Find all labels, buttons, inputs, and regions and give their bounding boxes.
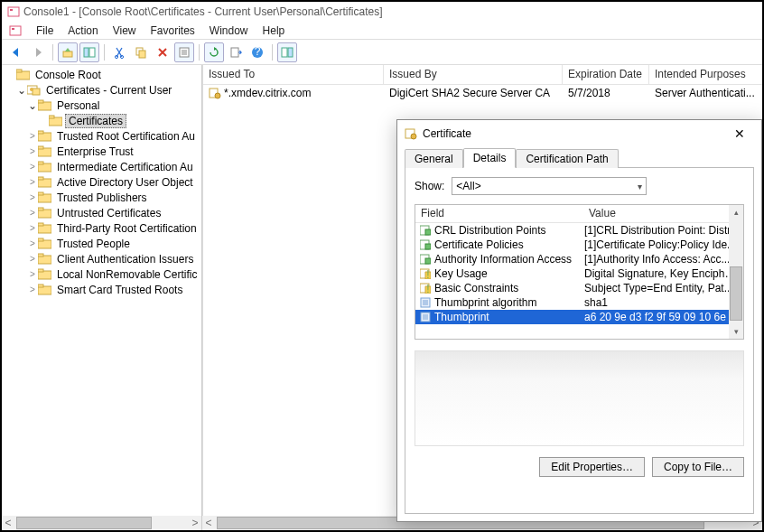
expand-toggle[interactable]	[27, 208, 38, 218]
tab-details[interactable]: Details	[463, 148, 517, 168]
close-button[interactable]: ✕	[725, 123, 754, 145]
tree-node[interactable]: Active Directory User Object	[54, 176, 196, 189]
svg-rect-1	[10, 9, 13, 11]
fields-listview[interactable]: Field Value CRL Distribution Points[1]CR…	[415, 204, 744, 340]
delete-button[interactable]	[153, 42, 172, 62]
properties-button[interactable]	[174, 42, 194, 62]
menu-window[interactable]: Window	[202, 23, 256, 39]
cell-expiration: 5/7/2018	[563, 86, 649, 100]
edit-properties-button[interactable]: Edit Properties…	[539, 457, 645, 477]
tree-node-certificates[interactable]: Certificates	[65, 114, 126, 128]
field-row[interactable]: Thumbprint algorithmsha1	[415, 295, 743, 310]
tree-node[interactable]: Third-Party Root Certification	[54, 222, 200, 235]
expand-toggle[interactable]	[27, 238, 38, 248]
copy-button[interactable]	[131, 42, 151, 62]
toggle-actions-pane-button[interactable]	[277, 42, 297, 62]
cert-row[interactable]: *.xmdev.citrix.comDigiCert SHA2 Secure S…	[203, 85, 762, 101]
show-dropdown[interactable]: <All> ▾	[452, 177, 647, 195]
tabs: General Details Certification Path	[405, 147, 754, 167]
menu-view[interactable]: View	[106, 23, 144, 39]
expand-toggle[interactable]	[27, 162, 38, 172]
field-row[interactable]: Certificate Policies[1]Certificate Polic…	[415, 238, 743, 252]
col-issued-by[interactable]: Issued By	[384, 65, 563, 84]
field-row[interactable]: Thumbprinta6 20 9e d3 f2 9f 59 09 10 6e …	[415, 310, 743, 324]
export-list-button[interactable]	[226, 42, 246, 62]
tree-node[interactable]: Local NonRemovable Certific	[54, 268, 200, 281]
svg-rect-2	[10, 26, 21, 35]
copy-to-file-button[interactable]: Copy to File…	[652, 457, 744, 477]
tree-node[interactable]: Untrusted Certificates	[54, 207, 163, 219]
col-field[interactable]: Field	[415, 205, 583, 222]
expand-toggle[interactable]	[27, 146, 38, 156]
expand-toggle[interactable]	[27, 177, 38, 187]
fields-vertical-scrollbar[interactable]: ▴ ▾	[729, 205, 743, 339]
tab-certpath[interactable]: Certification Path	[516, 149, 618, 168]
field-name: Certificate Policies	[434, 238, 584, 251]
col-value[interactable]: Value	[583, 205, 743, 222]
expand-toggle[interactable]	[27, 223, 38, 233]
svg-rect-50	[38, 285, 43, 287]
expand-toggle[interactable]	[27, 99, 38, 112]
svg-rect-38	[38, 192, 43, 195]
show-hide-console-tree-button[interactable]	[79, 42, 99, 62]
help-button[interactable]: ?	[247, 42, 267, 62]
svg-rect-26	[38, 100, 43, 103]
tree-node[interactable]: Enterprise Trust	[54, 145, 136, 158]
col-purposes[interactable]: Intended Purposes	[649, 65, 762, 84]
tree-node[interactable]: Trusted Root Certification Au	[54, 130, 198, 143]
tree-node-personal[interactable]: Personal	[54, 99, 102, 112]
expand-toggle[interactable]	[27, 269, 38, 279]
expand-toggle[interactable]	[27, 192, 38, 202]
svg-text:!: !	[426, 268, 429, 279]
cell-purposes: Server Authenticati...	[649, 86, 762, 100]
folder-icon	[49, 115, 62, 126]
field-detail-textarea[interactable]	[415, 350, 744, 446]
cut-button[interactable]	[109, 42, 129, 62]
menu-favorites[interactable]: Favorites	[144, 23, 202, 39]
console-tree[interactable]: Console Root Certificates - Current User…	[4, 65, 201, 297]
field-row[interactable]: CRL Distribution Points[1]CRL Distributi…	[415, 223, 743, 238]
up-button[interactable]	[58, 42, 78, 62]
tree-horizontal-scrollbar[interactable]: < >	[2, 516, 201, 530]
menu-file[interactable]: File	[29, 23, 61, 39]
forward-button[interactable]	[28, 42, 48, 62]
svg-rect-42	[38, 223, 43, 226]
col-issued-to[interactable]: Issued To	[203, 65, 384, 84]
svg-point-54	[411, 134, 416, 139]
tree-node[interactable]: Trusted People	[54, 238, 133, 250]
expand-toggle[interactable]	[16, 84, 27, 97]
field-row[interactable]: Authority Information Access[1]Authority…	[415, 252, 743, 266]
svg-rect-56	[425, 229, 431, 235]
field-name: Thumbprint	[434, 311, 584, 323]
field-row[interactable]: !Basic ConstraintsSubject Type=End Entit…	[415, 281, 743, 295]
folder-icon	[38, 268, 51, 280]
expand-toggle[interactable]	[27, 285, 38, 294]
tree-node[interactable]: Intermediate Certification Au	[54, 161, 196, 173]
expand-toggle[interactable]	[27, 254, 38, 264]
svg-rect-28	[49, 116, 54, 118]
tree-node[interactable]: Smart Card Trusted Roots	[54, 284, 185, 296]
field-value: [1]Certificate Policy:Policy Ide...	[584, 238, 743, 251]
tree-node-cert-user[interactable]: Certificates - Current User	[43, 84, 174, 97]
col-expiration[interactable]: Expiration Date	[563, 65, 649, 84]
tab-general[interactable]: General	[405, 149, 463, 168]
svg-rect-19	[288, 48, 293, 57]
mmc-doc-icon	[9, 24, 22, 37]
svg-rect-58	[425, 244, 431, 249]
tree-node-console-root[interactable]: Console Root	[33, 69, 104, 81]
field-row[interactable]: !Key UsageDigital Signature, Key Enciphe…	[415, 266, 743, 281]
field-value: Digital Signature, Key Encipher...	[584, 267, 743, 280]
back-button[interactable]	[6, 42, 26, 62]
svg-rect-40	[38, 208, 43, 210]
menu-action[interactable]: Action	[61, 23, 105, 39]
dialog-title-bar[interactable]: Certificate ✕	[397, 120, 761, 147]
tree-node[interactable]: Client Authentication Issuers	[54, 253, 196, 266]
tree-node[interactable]: Trusted Publishers	[54, 191, 150, 204]
menu-help[interactable]: Help	[256, 23, 293, 39]
refresh-button[interactable]	[204, 42, 224, 62]
expand-toggle[interactable]	[27, 131, 38, 141]
svg-rect-21	[16, 70, 22, 72]
folder-icon	[38, 176, 51, 188]
certificate-dialog: Certificate ✕ General Details Certificat…	[396, 119, 762, 522]
list-header[interactable]: Issued To Issued By Expiration Date Inte…	[203, 65, 762, 85]
